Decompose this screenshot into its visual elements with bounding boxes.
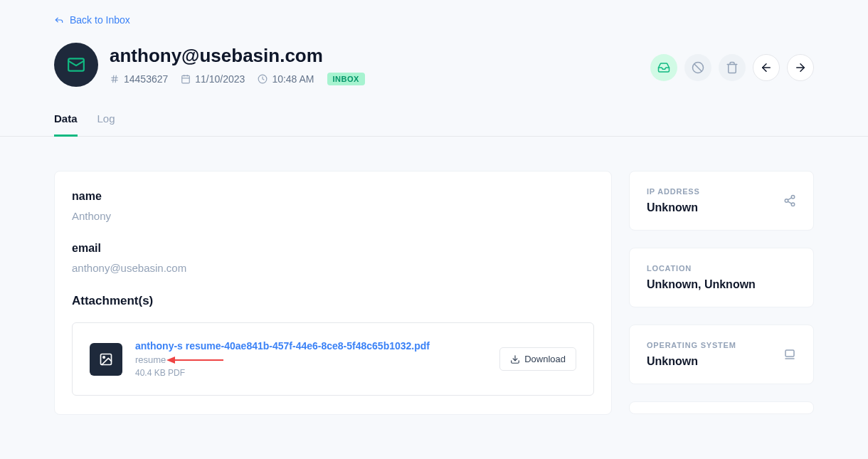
submission-date: 11/10/2023 (181, 73, 245, 85)
svg-line-22 (788, 201, 791, 204)
field-email-value: anthony@usebasin.com (72, 262, 594, 274)
submission-time: 10:48 AM (258, 73, 314, 85)
inbox-action-button[interactable] (650, 54, 677, 81)
os-label: OPERATING SYSTEM (647, 341, 736, 349)
attachment-filename-link[interactable]: anthony-s resume-40ae841b-457f-44e6-8ce8… (135, 340, 487, 352)
mail-icon (67, 56, 85, 74)
attachments-title: Attachment(s) (72, 294, 594, 308)
monitor-icon (783, 348, 796, 361)
ip-value: Unknown (647, 201, 700, 214)
svg-line-23 (788, 198, 791, 200)
location-label: LOCATION (647, 264, 756, 273)
tab-data[interactable]: Data (54, 112, 78, 136)
annotation-arrow-icon (166, 355, 223, 365)
hash-icon (110, 74, 120, 84)
attachment-card: anthony-s resume-40ae841b-457f-44e6-8ce8… (72, 322, 594, 396)
field-email-label: email (72, 242, 594, 255)
next-button[interactable] (787, 54, 814, 81)
status-badge: INBOX (327, 73, 365, 85)
clock-icon (258, 74, 268, 84)
download-button[interactable]: Download (499, 347, 576, 371)
svg-line-11 (694, 64, 702, 72)
extra-card (629, 401, 814, 414)
ip-address-card: IP ADDRESS Unknown (629, 171, 814, 231)
attachment-meta: 40.4 KB PDF (135, 368, 487, 378)
svg-rect-5 (182, 75, 190, 83)
os-card: OPERATING SYSTEM Unknown (629, 325, 814, 384)
back-to-inbox-link[interactable]: Back to Inbox (54, 14, 130, 26)
field-name-label: name (72, 190, 594, 203)
delete-action-button[interactable] (719, 54, 746, 81)
trash-icon (726, 61, 739, 74)
svg-line-4 (115, 75, 116, 83)
block-icon (692, 61, 704, 74)
arrow-left-icon (760, 61, 773, 74)
os-value: Unknown (647, 355, 736, 368)
arrow-right-icon (794, 61, 807, 74)
svg-line-3 (113, 75, 114, 83)
field-name-value: Anthony (72, 210, 594, 222)
ip-label: IP ADDRESS (647, 187, 700, 196)
submission-id: 14453627 (110, 73, 168, 85)
svg-rect-24 (785, 350, 794, 357)
prev-button[interactable] (753, 54, 780, 81)
main-panel: name Anthony email anthony@usebasin.com … (54, 171, 612, 415)
reply-icon (54, 15, 64, 25)
location-value: Unknown, Unknown (647, 278, 756, 291)
svg-marker-17 (166, 357, 175, 364)
download-icon (510, 354, 520, 364)
avatar (54, 43, 98, 87)
page-title: anthony@usebasin.com (110, 45, 365, 67)
inbox-icon (657, 61, 670, 74)
block-action-button[interactable] (684, 54, 711, 81)
attachment-thumb (90, 343, 122, 376)
location-card: LOCATION Unknown, Unknown (629, 248, 814, 307)
tab-log[interactable]: Log (97, 112, 115, 136)
image-icon (99, 352, 113, 366)
back-link-label: Back to Inbox (70, 14, 130, 26)
meta-row: 14453627 11/10/2023 10:48 AM INBOX (110, 73, 365, 85)
calendar-icon (181, 74, 191, 84)
share-icon (783, 194, 796, 207)
attachment-field-name: resume (135, 354, 487, 365)
svg-point-15 (103, 356, 105, 358)
